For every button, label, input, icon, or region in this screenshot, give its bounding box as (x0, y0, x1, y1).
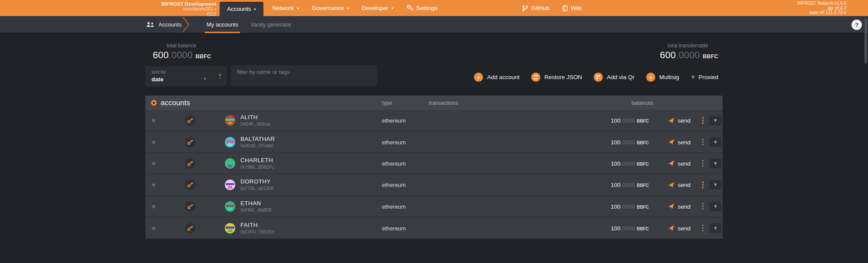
favorite-star-icon[interactable]: ★ (151, 138, 156, 146)
wiki-link[interactable]: Wiki (562, 5, 582, 11)
sort-direction-toggle[interactable]: ▴ ▾ (214, 66, 227, 86)
multisig-button[interactable]: + Multisig (646, 73, 679, 82)
more-menu-button[interactable] (700, 201, 706, 212)
expand-row-button[interactable]: ▼ (710, 202, 721, 211)
account-type: ethereum (382, 203, 406, 210)
favorite-star-icon[interactable]: ★ (151, 224, 156, 232)
people-icon (146, 22, 155, 27)
proxied-button[interactable]: + Proxied (691, 73, 718, 81)
account-identity[interactable]: FAITH 0xC0F0...55532d (240, 222, 274, 234)
chain-selector[interactable]: BIFROST Development moonbeam/201▾ #322 (130, 1, 216, 17)
more-menu-button[interactable] (700, 223, 706, 233)
more-menu-button[interactable] (700, 180, 706, 190)
dev-key-badge[interactable] (185, 115, 195, 126)
account-address: 0x3Cd0...07c6e0 (240, 143, 275, 148)
total-transferrable-label: total transferrable (658, 43, 718, 49)
dev-key-badge[interactable] (185, 137, 195, 147)
send-button[interactable]: send (668, 225, 690, 231)
external-links: GitHub Wiki (522, 0, 582, 16)
account-avatar[interactable] (225, 223, 235, 233)
account-address: 0xC0F0...55532d (240, 230, 274, 234)
account-balance: 100.0000 BBFC (611, 182, 649, 188)
account-name: BALTATHAR (240, 136, 275, 142)
github-link[interactable]: GitHub (522, 5, 549, 11)
send-button[interactable]: send (668, 203, 690, 210)
account-avatar[interactable] (225, 115, 235, 126)
paper-plane-icon (668, 117, 674, 123)
dev-key-badge[interactable] (185, 201, 195, 212)
more-menu-button[interactable] (700, 158, 706, 169)
sort-dropdown[interactable]: sort by date ▾ ▴ ▾ (145, 66, 227, 86)
account-avatar[interactable] (225, 201, 235, 212)
more-menu-button[interactable] (700, 115, 706, 126)
record-dot-icon (151, 100, 157, 106)
plus-icon: + (646, 73, 655, 82)
nav-item-settings[interactable]: ⚙⚙ Settings (400, 0, 444, 16)
column-header-balances: balances (631, 100, 653, 106)
expand-row-button[interactable]: ▼ (710, 223, 721, 233)
send-label: send (678, 117, 690, 124)
help-button[interactable]: ? (852, 20, 862, 30)
add-account-button[interactable]: + Add account (474, 73, 519, 82)
favorite-star-icon[interactable]: ★ (151, 181, 156, 189)
nav-item-network[interactable]: Network ▾ (266, 0, 306, 16)
filter-input[interactable] (231, 65, 378, 86)
dev-key-badge[interactable] (185, 180, 195, 190)
chevron-down-icon: ▾ (347, 6, 349, 10)
send-button[interactable]: send (668, 139, 690, 145)
dev-key-badge[interactable] (185, 223, 195, 233)
expand-row-button[interactable]: ▼ (710, 116, 721, 125)
account-actions: + Add account Restore JSON Add via Qr (474, 70, 718, 84)
expand-row-button[interactable]: ▼ (710, 137, 721, 147)
account-identity[interactable]: CHARLETH 0x798d...9D6DFc (240, 157, 274, 170)
expand-row-button[interactable]: ▼ (710, 159, 721, 168)
table-row: ★ CHARLETH 0x798d...9D6DFc ethereum 100.… (145, 153, 723, 174)
tabs: My accounts Vanity generator (201, 16, 297, 33)
nav-item-accounts[interactable]: Accounts ▾ (220, 2, 263, 16)
account-identity[interactable]: ETHAN 0xFf64...49dfDB (240, 200, 272, 213)
send-label: send (678, 139, 690, 145)
qr-icon (594, 73, 603, 82)
account-identity[interactable]: BALTATHAR 0x3Cd0...07c6e0 (240, 136, 275, 148)
expand-row-button[interactable]: ▼ (710, 180, 721, 190)
scrollbar-thumb[interactable] (865, 18, 867, 63)
key-icon (187, 225, 193, 231)
send-button[interactable]: send (668, 182, 690, 188)
book-icon (562, 5, 568, 11)
favorite-star-icon[interactable]: ★ (151, 117, 156, 124)
key-icon (187, 182, 193, 188)
key-icon (187, 117, 193, 123)
send-button[interactable]: send (668, 117, 690, 124)
favorite-star-icon[interactable]: ★ (151, 160, 156, 167)
nav-item-governance[interactable]: Governance ▾ (306, 0, 355, 16)
send-label: send (678, 225, 690, 231)
table-title: accounts (151, 99, 190, 107)
table-header: accounts type transactions balances (145, 96, 723, 110)
paper-plane-icon (668, 182, 674, 188)
restore-json-button[interactable]: Restore JSON (531, 73, 582, 82)
send-button[interactable]: send (668, 160, 690, 166)
account-identity[interactable]: ALITH 0xf24F...566cac (240, 114, 271, 127)
column-header-type: type (382, 100, 392, 106)
sort-label: sort by (151, 69, 166, 74)
account-avatar[interactable] (225, 137, 235, 147)
paper-plane-icon (668, 203, 674, 210)
tab-my-accounts[interactable]: My accounts (201, 16, 244, 33)
account-identity[interactable]: DOROTHY 0x7735...a613D9 (240, 179, 273, 191)
more-menu-button[interactable] (700, 137, 706, 147)
tab-vanity-generator[interactable]: Vanity generator (244, 16, 297, 33)
table-row: ★ DOROTHY 0x7735...a613D9 ethereum 100.0… (145, 174, 723, 196)
breadcrumb-label: Accounts (158, 21, 181, 28)
favorite-star-icon[interactable]: ★ (151, 203, 156, 210)
account-type: ethereum (382, 182, 406, 188)
account-avatar[interactable] (225, 158, 235, 169)
chevron-down-icon: ▾ (391, 6, 393, 10)
account-avatar[interactable] (225, 180, 235, 190)
add-via-qr-button[interactable]: Add via Qr (594, 73, 635, 82)
account-balance: 100.0000 BBFC (611, 160, 649, 166)
nav-item-developer[interactable]: Developer ▾ (355, 0, 400, 16)
total-balance-value: 600.0000 BBFC (153, 50, 210, 61)
dev-key-badge[interactable] (185, 158, 195, 169)
account-address: 0xFf64...49dfDB (240, 208, 272, 213)
top-header-bar: BIFROST Development moonbeam/201▾ #322 A… (0, 0, 868, 16)
